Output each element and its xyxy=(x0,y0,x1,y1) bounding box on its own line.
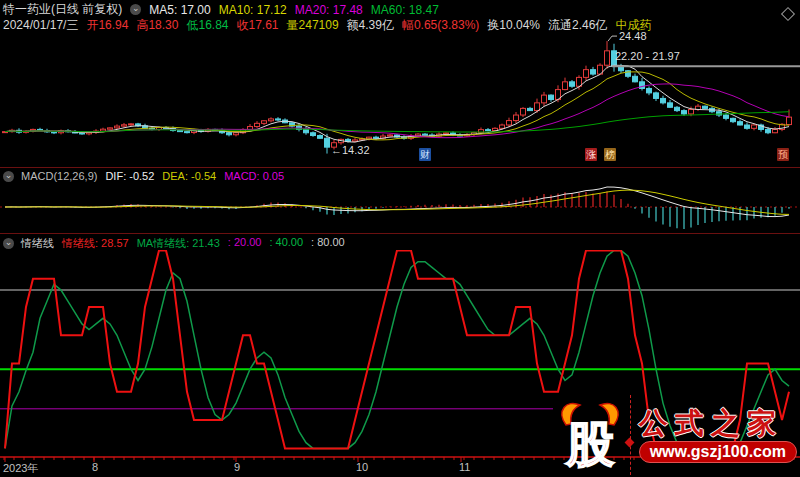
ma60-line xyxy=(5,112,789,132)
logo-site-name: 公式之家 xyxy=(639,408,797,438)
macd-histogram xyxy=(5,191,789,229)
emotion-value: MA情绪线: 21.43 xyxy=(137,236,220,251)
ma-value: MA10: 17.12 xyxy=(219,3,287,17)
axis-label-10: 10 xyxy=(356,461,368,473)
collapse-macd-icon[interactable]: ⌄ xyxy=(3,171,14,182)
emotion-value: : 80.00 xyxy=(311,236,345,251)
panel-separator xyxy=(0,167,800,168)
macd-value: MACD(12,26,9) xyxy=(21,170,97,182)
ma-value: MA60: 18.47 xyxy=(371,3,439,17)
event-tag-涨[interactable]: 涨 xyxy=(585,148,597,161)
emotion-value: : 40.00 xyxy=(269,236,303,251)
macd-value: MACD: 0.05 xyxy=(224,170,284,182)
event-tag-预[interactable]: 预 xyxy=(777,148,789,161)
gu-bull-logo-icon: 股 xyxy=(554,395,626,475)
macd-chart[interactable] xyxy=(0,183,800,231)
ma-values-row: MA5: 17.00MA10: 17.12MA20: 17.48MA60: 18… xyxy=(149,3,447,17)
macd-header: ⌄ MACD(12,26,9)DIF: -0.52DEA: -0.54MACD:… xyxy=(3,170,292,182)
emotion-value: 情绪线 xyxy=(21,236,54,251)
logo-diamond-icon xyxy=(624,438,634,448)
event-tag-榜[interactable]: 榜 xyxy=(604,148,616,161)
gu-character: 股 xyxy=(565,418,615,471)
collapse-main-icon[interactable]: ⌄ xyxy=(130,4,141,15)
emotion-header: ⌄ 情绪线情绪线: 28.57MA情绪线: 21.43: 20.00: 40.0… xyxy=(3,236,353,251)
axis-label-2023年: 2023年 xyxy=(3,461,38,476)
event-tags-row: 财涨榜预 xyxy=(0,148,800,162)
ma20-line xyxy=(5,84,789,138)
macd-value: DIF: -0.52 xyxy=(105,170,154,182)
axis-label-11: 11 xyxy=(459,461,470,473)
main-candle-chart[interactable]: 24.4822.20 - 21.97←14.32 xyxy=(0,32,800,158)
event-tag-财[interactable]: 财 xyxy=(419,148,431,161)
ma-value: MA5: 17.00 xyxy=(149,3,210,17)
gap-annotation: 22.20 - 21.97 xyxy=(615,50,680,62)
emotion-value: : 20.00 xyxy=(228,236,262,251)
stock-title: 特一药业(日线 前复权) xyxy=(3,1,122,18)
logo-site-url[interactable]: www.gszj100.com xyxy=(639,441,797,463)
stock-app-window: 特一药业(日线 前复权) ⌄ MA5: 17.00MA10: 17.12MA20… xyxy=(0,0,800,477)
axis-label-8: 8 xyxy=(92,461,98,473)
panel-separator-2 xyxy=(0,233,800,234)
logo-divider xyxy=(630,395,631,475)
header-line1: 特一药业(日线 前复权) ⌄ MA5: 17.00MA10: 17.12MA20… xyxy=(3,1,447,18)
emotion-value: 情绪线: 28.57 xyxy=(62,236,129,251)
ma-value: MA20: 17.48 xyxy=(295,3,363,17)
emotion-values-row: 情绪线情绪线: 28.57MA情绪线: 21.43: 20.00: 40.00:… xyxy=(21,236,353,251)
collapse-emotion-icon[interactable]: ⌄ xyxy=(3,238,14,249)
dif-line xyxy=(5,187,789,217)
axis-label-9: 9 xyxy=(234,461,240,473)
macd-value: DEA: -0.54 xyxy=(162,170,216,182)
peak-annotation: 24.48 xyxy=(619,32,647,42)
macd-values-row: MACD(12,26,9)DIF: -0.52DEA: -0.54MACD: 0… xyxy=(21,170,292,182)
corner-diamond-icon xyxy=(781,7,795,21)
gszj-logo: 股 公式之家 www.gszj100.com xyxy=(554,395,797,475)
